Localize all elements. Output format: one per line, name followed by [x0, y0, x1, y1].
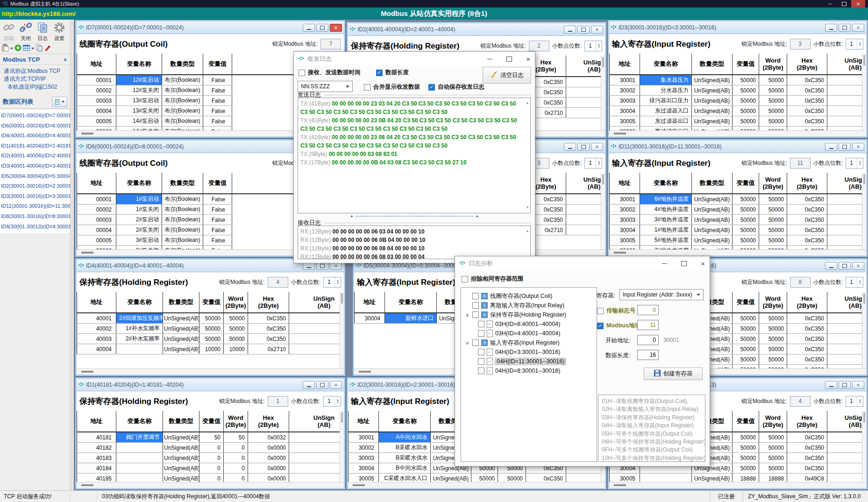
tree-checkbox[interactable] [478, 349, 484, 355]
horizontal-scrollbar[interactable] [77, 368, 344, 375]
cell-name[interactable]: B中间水回水 [379, 463, 431, 474]
data-area-list-item[interactable]: ID2(30001-30016)(ID=2:30001- [1, 181, 70, 191]
restore-button[interactable] [839, 24, 851, 32]
cell-value[interactable] [566, 215, 605, 225]
cell-address[interactable]: 30004 [610, 106, 640, 116]
cell-value[interactable]: False [203, 106, 232, 116]
data-area-list-item[interactable]: ID8(30001-30016)(ID=8:30001- [1, 212, 70, 222]
cell-value[interactable]: False [203, 194, 232, 205]
cell-value[interactable] [289, 463, 344, 474]
cell-address[interactable]: 30002 [349, 443, 379, 453]
cell-value[interactable]: 50000 [733, 215, 759, 225]
cell-value[interactable]: 50000 [759, 432, 787, 443]
cell-address[interactable]: 40004 [77, 344, 116, 354]
cell-type[interactable]: UnSigned(AB) [692, 116, 733, 127]
cell-type[interactable]: UnSigned(AB) [692, 215, 733, 225]
tree-item[interactable]: 04H(ID=3:30001--30016) [465, 347, 597, 357]
cell-value[interactable]: 0xC350 [248, 313, 289, 324]
cell-value[interactable] [289, 453, 344, 463]
cell-address[interactable]: 00002 [77, 85, 116, 96]
dialog-maximize-button[interactable] [681, 261, 687, 266]
checkbox-row-modbus-addr[interactable]: Modbus地址 [597, 322, 640, 330]
restore-button[interactable] [839, 381, 851, 389]
cell-name[interactable]: 1#泵关闭 [116, 205, 162, 215]
cell-value[interactable]: 50000 [733, 116, 759, 127]
minimize-button[interactable] [564, 143, 576, 151]
spinner-arrows-icon[interactable]: ▲▼ [596, 158, 602, 168]
cell-name[interactable]: B采暖水供水 [379, 453, 431, 463]
cell-value[interactable]: 0x0000 [248, 453, 289, 463]
cell-value[interactable]: 50000 [759, 443, 787, 453]
close-button[interactable]: × [591, 143, 603, 151]
cell-name[interactable]: 2#泵关闭 [116, 225, 162, 235]
table-row[interactable]: 40004UnSigned(AB)10000100000x2710 [77, 344, 344, 354]
horizontal-scrollbar[interactable] [77, 482, 344, 488]
cell-address[interactable]: 00001 [77, 194, 116, 205]
cell-address[interactable]: 40182 [77, 443, 116, 453]
time-checkbox[interactable] [299, 70, 305, 76]
cell-name[interactable]: 2#补水泵频率 [116, 334, 163, 344]
cell-value[interactable] [566, 225, 605, 235]
close-button[interactable]: × [330, 24, 342, 32]
cell-value[interactable] [827, 106, 867, 116]
cell-value[interactable]: 50000 [759, 194, 787, 205]
cell-value[interactable]: 50000 [199, 313, 224, 324]
tree-checkbox[interactable] [472, 339, 479, 346]
checkbox-row-length[interactable]: 数据长度 [376, 69, 409, 77]
banner-url-link[interactable]: http://blockke.ys168.com/ [0, 10, 76, 17]
cell-value[interactable] [289, 344, 344, 354]
table-row[interactable]: 30003排污器出口压力UnSigned(AB)50000500000xC350 [610, 96, 867, 106]
cell-type[interactable]: UnSigned(AB) [163, 334, 199, 344]
cell-value[interactable]: False [203, 215, 232, 225]
cell-value[interactable]: 10000 [224, 344, 248, 354]
spinner-arrows-icon[interactable]: ▲▼ [596, 41, 602, 51]
table-row[interactable]: 300041#地热井温度UnSigned(AB)50000500000xC350 [610, 225, 867, 235]
tree-item[interactable]: 0线圈寄存器(Output Coil) [465, 291, 597, 301]
checkbox-row-autosave[interactable]: 自动保存收发日志 [428, 83, 484, 91]
merge-checkbox[interactable] [364, 84, 370, 91]
close-button[interactable]: × [852, 381, 864, 389]
cell-value[interactable]: 0xC350 [787, 354, 827, 365]
horizontal-scrollbar[interactable] [348, 482, 605, 488]
cell-value[interactable] [566, 194, 605, 205]
cell-value[interactable] [566, 77, 605, 87]
table-row[interactable]: 40184UnSigned(AB)000x0000 [77, 463, 344, 474]
table-row[interactable]: 400032#补水泵频率UnSigned(AB)50000500000xC350 [77, 334, 344, 344]
minimize-button[interactable] [303, 24, 315, 32]
cell-value[interactable]: 0xC350 [787, 334, 827, 344]
window-titlebar[interactable]: ID1(40181-40204)(ID=1:40181--40204)× [77, 379, 344, 391]
cell-address[interactable]: 40003 [77, 334, 116, 344]
table-row[interactable]: 40181阀门开度调节UnSigned(AB)50500x0032 [77, 432, 344, 443]
decimal-spinner[interactable]: 1▲▼ [846, 277, 863, 288]
minimize-button[interactable] [303, 381, 315, 389]
exclude-checkbox[interactable] [462, 276, 468, 283]
minimize-button[interactable] [825, 143, 837, 151]
cell-type[interactable]: 布尔(Boolean) [162, 225, 203, 235]
tree-checkbox[interactable] [478, 330, 484, 337]
add-icon[interactable] [14, 44, 21, 53]
cell-value[interactable]: 50000 [733, 225, 759, 235]
checkbox-row-merge[interactable]: 合并显示收发数据 [364, 83, 420, 91]
copy-icon[interactable] [36, 44, 43, 53]
tree-checkbox[interactable] [472, 311, 479, 318]
clean-icon[interactable] [44, 44, 51, 53]
cell-type[interactable]: 布尔(Boolean) [162, 235, 203, 246]
cell-type[interactable]: UnSigned(AB) [163, 432, 199, 443]
restore-button[interactable] [839, 262, 851, 270]
cell-name[interactable]: 3#泵启动 [116, 235, 162, 246]
cell-address[interactable]: 00003 [77, 215, 116, 225]
cell-value[interactable] [827, 194, 867, 205]
horizontal-scrollbar[interactable] [609, 249, 866, 255]
tree-item[interactable]: 04H(ID=8:30001--30016) [465, 366, 597, 375]
transfer-id-field[interactable]: 0 [637, 305, 659, 315]
table-row[interactable]: 30002分水器压力UnSigned(AB)50000500000xC350 [610, 85, 867, 96]
cell-value[interactable]: False [203, 116, 232, 127]
cell-address[interactable]: 30005 [610, 116, 640, 127]
tree-item[interactable]: 04H(ID=11:30001--30016) [465, 357, 597, 366]
cell-address[interactable]: 30005 [610, 235, 640, 246]
tree-checkbox[interactable] [472, 302, 479, 309]
data-area-list-item[interactable]: ID5(30004-30004)(ID=5:30004- [1, 171, 70, 182]
cell-value[interactable]: 50000 [733, 463, 759, 474]
decimal-spinner[interactable]: 1▲▼ [846, 158, 863, 169]
decimal-spinner[interactable]: 1▲▼ [584, 158, 602, 169]
